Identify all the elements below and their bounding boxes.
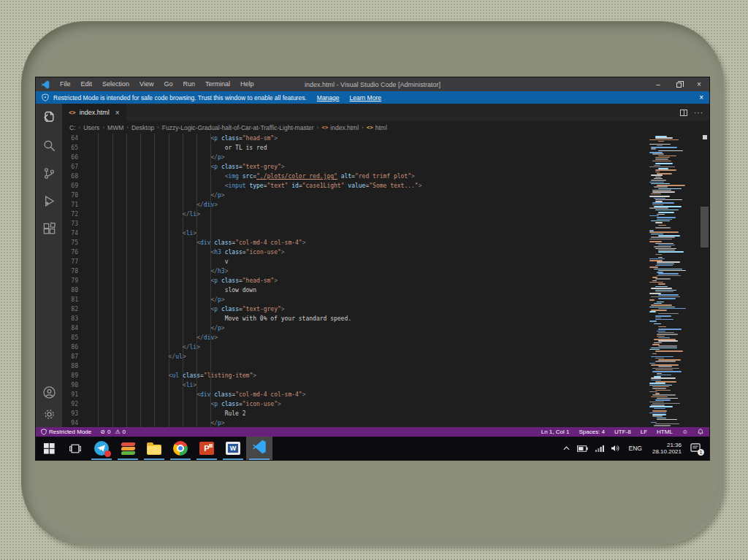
- taskbar-app-stack[interactable]: [115, 437, 141, 460]
- minimap-line: [657, 185, 685, 186]
- split-editor-icon[interactable]: [680, 110, 687, 116]
- close-button[interactable]: ×: [689, 77, 709, 91]
- code-line: 72 </li>: [62, 210, 709, 219]
- minimap-line: [654, 323, 661, 325]
- breadcrumb-item-index-html[interactable]: <>index.html: [321, 124, 359, 131]
- minimap-line: [651, 180, 666, 181]
- search-icon[interactable]: [40, 137, 58, 154]
- breadcrumb-item-mwm[interactable]: MWM: [107, 124, 123, 131]
- action-center-button[interactable]: 1: [690, 443, 701, 453]
- extensions-icon[interactable]: [40, 220, 58, 237]
- code-text: <div class="col-md-4 col-sm-4">: [84, 390, 306, 399]
- accounts-icon[interactable]: [40, 383, 58, 401]
- minimap-line: [655, 169, 676, 171]
- minimap-line: [654, 186, 668, 188]
- breadcrumb-item-html[interactable]: <>html: [367, 124, 387, 131]
- menu-go[interactable]: Go: [159, 77, 178, 91]
- taskbar-app-word[interactable]: W: [220, 437, 246, 460]
- minimap-line: [652, 415, 663, 417]
- code-line: 71 </div>: [62, 200, 709, 210]
- network-indicator[interactable]: [595, 445, 604, 452]
- minimap-line: [651, 310, 667, 311]
- slide-panel: FileEditSelectionViewGoRunTerminalHelp i…: [21, 21, 724, 545]
- explorer-icon[interactable]: [40, 109, 58, 126]
- minimap-line: [655, 136, 667, 137]
- taskbar-app-chrome[interactable]: [167, 437, 194, 460]
- bell-icon[interactable]: [698, 429, 703, 435]
- breadcrumb-item-fuzzy-logic-gradual-halt-of-car-at-traffic-light-master[interactable]: Fuzzy-Logic-Gradual-halt-of-Car-at-Traff…: [162, 124, 314, 131]
- eol-status[interactable]: LF: [641, 429, 647, 435]
- line-number: 80: [62, 285, 78, 295]
- code-editor[interactable]: 64 <p class="head-sm">65 or TL is red66 …: [62, 134, 709, 427]
- menu-file[interactable]: File: [55, 77, 76, 91]
- code-text: </p>: [84, 418, 225, 427]
- breadcrumb-item-users[interactable]: Users: [83, 124, 99, 131]
- menu-run[interactable]: Run: [178, 77, 200, 91]
- taskbar-app-vscode[interactable]: [246, 437, 272, 460]
- minimap-line: [657, 375, 671, 376]
- task-view-button[interactable]: [62, 437, 88, 460]
- banner-close-icon[interactable]: ×: [699, 93, 703, 101]
- minimap-line: [655, 137, 673, 139]
- language-indicator[interactable]: ENG: [629, 445, 642, 452]
- breadcrumb-label: Fuzzy-Logic-Gradual-halt-of-Car-at-Traff…: [162, 124, 314, 131]
- volume-indicator[interactable]: [611, 445, 620, 452]
- indentation-status[interactable]: Spaces: 4: [579, 429, 605, 435]
- minimap-line: [657, 275, 681, 277]
- windows-taskbar: PW: [36, 437, 709, 460]
- minimap-line: [651, 364, 679, 366]
- settings-icon[interactable]: [40, 405, 58, 423]
- minimap-line: [658, 212, 674, 213]
- feedback-icon[interactable]: ☺: [682, 429, 688, 435]
- minimap[interactable]: [646, 134, 700, 427]
- code-line: 88: [62, 361, 709, 371]
- tray-expand-button[interactable]: [563, 446, 570, 450]
- minimap-line: [657, 261, 680, 263]
- minimap-line: [652, 204, 663, 206]
- battery-indicator[interactable]: [577, 445, 588, 452]
- run-debug-icon[interactable]: [40, 192, 58, 210]
- menu-view[interactable]: View: [134, 77, 159, 91]
- minimap-line: [658, 156, 676, 157]
- tab-index-html[interactable]: <> index.html ×: [62, 104, 127, 121]
- clock[interactable]: 21:36 28.10.2021: [652, 442, 682, 455]
- windows-logo-icon: [44, 443, 55, 454]
- code-line: 67 <p class="text-grey">: [62, 162, 709, 172]
- restricted-mode-status[interactable]: Restricted Mode: [41, 429, 91, 435]
- language-mode-status[interactable]: HTML: [657, 429, 673, 435]
- code-line: 75 <div class="col-md-4 col-sm-4">: [62, 238, 709, 248]
- status-bar-right: Ln 1, Col 1Spaces: 4UTF-8LFHTML☺: [532, 429, 709, 435]
- cursor-position-status[interactable]: Ln 1, Col 1: [541, 429, 570, 435]
- taskbar-app-telegram[interactable]: [88, 437, 115, 460]
- encoding-status[interactable]: UTF-8: [614, 429, 631, 435]
- notification-badge: 1: [698, 449, 704, 456]
- activity-bar: [36, 104, 62, 427]
- breadcrumb-item-c-[interactable]: C:: [69, 124, 76, 131]
- breadcrumb-item-desktop[interactable]: Desktop: [131, 124, 154, 131]
- minimap-line: [658, 245, 675, 246]
- menu-terminal[interactable]: Terminal: [200, 77, 235, 91]
- menu-help[interactable]: Help: [235, 77, 259, 91]
- start-button[interactable]: [36, 437, 62, 460]
- warning-count: 0: [123, 429, 126, 435]
- vertical-scrollbar[interactable]: [700, 134, 709, 427]
- banner-link-learn-more[interactable]: Learn More: [350, 94, 381, 101]
- breadcrumb-label: index.html: [330, 124, 359, 131]
- restore-button[interactable]: [668, 77, 689, 91]
- banner-link-manage[interactable]: Manage: [317, 94, 340, 101]
- scrollbar-thumb[interactable]: [701, 207, 709, 248]
- problems-status[interactable]: ⊘ 0 ⚠ 0: [100, 429, 126, 435]
- tab-close-icon[interactable]: ×: [115, 109, 120, 117]
- minimap-line: [649, 349, 660, 350]
- minimap-line: [655, 243, 673, 245]
- source-control-icon[interactable]: [40, 164, 58, 182]
- menu-edit[interactable]: Edit: [76, 77, 98, 91]
- minimize-button[interactable]: –: [648, 77, 668, 91]
- code-text: </div>: [84, 333, 218, 342]
- menu-selection[interactable]: Selection: [97, 77, 134, 91]
- more-actions-icon[interactable]: ···: [694, 109, 703, 117]
- taskbar-app-file-explorer[interactable]: [141, 437, 167, 460]
- taskbar-app-powerpoint[interactable]: P: [194, 437, 220, 460]
- minimap-line: [654, 376, 661, 377]
- tab-bar: <> index.html × ···: [62, 104, 709, 121]
